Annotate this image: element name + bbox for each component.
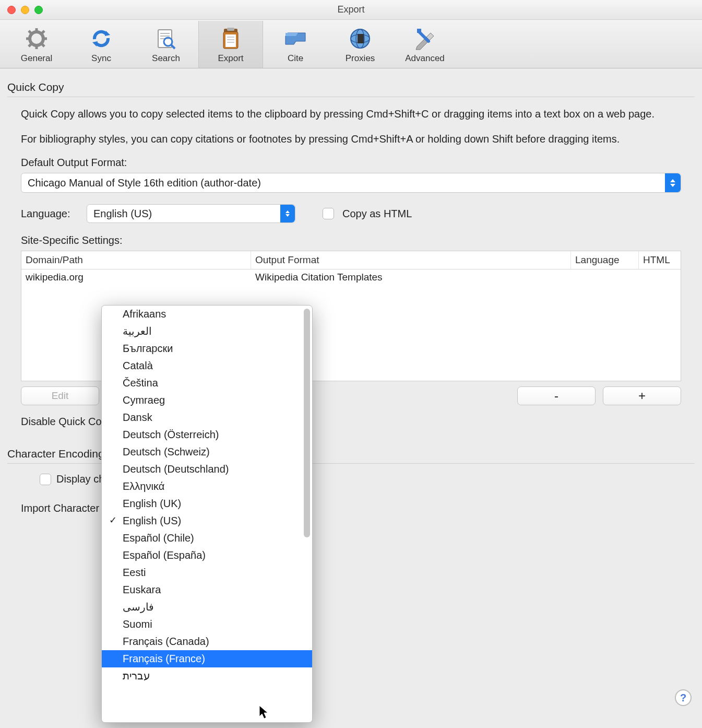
language-option[interactable]: Cymraeg: [102, 392, 312, 409]
language-dropdown[interactable]: AfrikaansالعربيةБългарскиCatalàČeštinaCy…: [101, 305, 313, 723]
proxies-icon: [328, 24, 392, 53]
tab-search[interactable]: Search: [134, 21, 198, 68]
language-option[interactable]: Afrikaans: [102, 306, 312, 323]
language-option[interactable]: Français (Canada): [102, 633, 312, 650]
window-controls: [7, 6, 43, 14]
cell-domain: wikipedia.org: [21, 269, 251, 285]
help-button[interactable]: ?: [675, 689, 692, 706]
tab-label: Advanced: [392, 53, 457, 64]
tab-label: Export: [199, 53, 263, 64]
quick-copy-desc-2: For bibliography styles, you can copy ci…: [21, 132, 681, 146]
tab-label: Cite: [263, 53, 328, 64]
export-icon: [199, 24, 263, 53]
col-format[interactable]: Output Format: [251, 251, 571, 269]
language-option[interactable]: Deutsch (Schweiz): [102, 443, 312, 461]
svg-line-6: [42, 44, 44, 46]
window-title: Export: [0, 4, 702, 15]
remove-row-button[interactable]: -: [517, 386, 596, 405]
site-specific-label: Site-Specific Settings:: [21, 234, 681, 246]
display-charenc-checkbox[interactable]: [40, 474, 51, 485]
table-header: Domain/Path Output Format Language HTML: [21, 251, 681, 269]
svg-line-5: [29, 31, 31, 33]
prefs-toolbar: GeneralSyncSearchExportCiteProxiesAdvanc…: [0, 20, 702, 68]
tab-label: Sync: [69, 53, 134, 64]
copy-html-label: Copy as HTML: [342, 208, 412, 220]
language-option[interactable]: Euskara: [102, 581, 312, 598]
minimize-window-button[interactable]: [21, 6, 29, 14]
help-icon: ?: [680, 692, 686, 704]
tab-proxies[interactable]: Proxies: [328, 21, 392, 68]
svg-line-14: [171, 45, 175, 49]
svg-point-0: [30, 32, 43, 45]
language-option[interactable]: Eesti: [102, 564, 312, 581]
advanced-icon: [392, 24, 457, 53]
default-format-value: Chicago Manual of Style 16th edition (au…: [28, 177, 261, 189]
updown-arrows-icon: [665, 173, 681, 192]
tab-label: General: [4, 53, 69, 64]
updown-arrows-icon: [280, 205, 295, 222]
language-option[interactable]: Español (España): [102, 547, 312, 564]
search-icon: [134, 24, 198, 53]
titlebar: Export: [0, 0, 702, 20]
table-row[interactable]: wikipedia.orgWikipedia Citation Template…: [21, 269, 681, 285]
edit-button[interactable]: Edit: [21, 386, 99, 405]
tab-sync[interactable]: Sync: [69, 21, 134, 68]
cell-format: Wikipedia Citation Templates: [251, 269, 681, 285]
tab-label: Proxies: [328, 53, 392, 64]
sync-icon: [69, 24, 134, 53]
tab-general[interactable]: General: [4, 21, 69, 68]
tab-advanced[interactable]: Advanced: [392, 21, 457, 68]
language-value: English (US): [93, 208, 152, 220]
col-domain[interactable]: Domain/Path: [21, 251, 251, 269]
col-language[interactable]: Language: [571, 251, 639, 269]
copy-html-checkbox[interactable]: [323, 208, 334, 219]
language-option[interactable]: Ελληνικά: [102, 478, 312, 495]
tab-label: Search: [134, 53, 198, 64]
svg-line-8: [29, 44, 31, 46]
language-option[interactable]: English (US): [102, 512, 312, 530]
language-option[interactable]: Български: [102, 340, 312, 357]
scrollbar-thumb[interactable]: [304, 309, 310, 537]
language-option[interactable]: עברית: [102, 667, 312, 685]
add-row-button[interactable]: +: [603, 386, 681, 405]
language-option[interactable]: Dansk: [102, 409, 312, 426]
close-window-button[interactable]: [7, 6, 16, 14]
tab-export[interactable]: Export: [198, 21, 263, 68]
language-option[interactable]: Deutsch (Österreich): [102, 426, 312, 443]
language-option[interactable]: العربية: [102, 323, 312, 340]
language-option[interactable]: Español (Chile): [102, 530, 312, 547]
divider: [7, 97, 695, 97]
language-option[interactable]: Čeština: [102, 374, 312, 392]
general-icon: [4, 24, 69, 53]
svg-rect-18: [225, 34, 236, 47]
svg-line-7: [42, 31, 44, 33]
col-html[interactable]: HTML: [639, 251, 681, 269]
default-format-select[interactable]: Chicago Manual of Style 16th edition (au…: [21, 173, 681, 193]
language-label: Language:: [21, 208, 78, 220]
language-option[interactable]: Català: [102, 357, 312, 374]
language-option[interactable]: Suomi: [102, 616, 312, 633]
quick-copy-desc-1: Quick Copy allows you to copy selected i…: [21, 107, 681, 121]
zoom-window-button[interactable]: [34, 6, 43, 14]
svg-rect-25: [358, 34, 364, 43]
language-option[interactable]: Français (France): [102, 650, 312, 667]
language-select[interactable]: English (US): [87, 204, 295, 223]
language-option[interactable]: Deutsch (Deutschland): [102, 461, 312, 478]
quick-copy-title: Quick Copy: [7, 81, 695, 93]
svg-rect-16: [227, 28, 234, 31]
cite-icon: [263, 24, 328, 53]
language-option[interactable]: فارسی: [102, 598, 312, 616]
default-format-label: Default Output Format:: [21, 157, 681, 169]
tab-cite[interactable]: Cite: [263, 21, 328, 68]
language-option[interactable]: English (UK): [102, 495, 312, 512]
